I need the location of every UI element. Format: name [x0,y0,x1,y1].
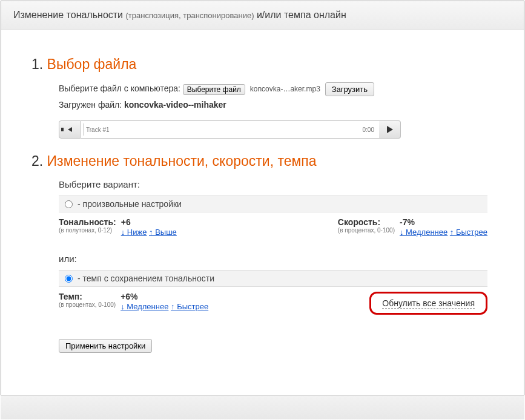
reset-link[interactable]: Обнулить все значения [382,298,475,309]
page-header: Изменение тональности (транспозиция, тра… [1,1,524,30]
option-tempo-label: - темп с сохранением тональности [78,274,214,283]
radio-tempo[interactable] [65,275,73,283]
pitch-sublabel: (в полутонах, 0-12) [59,227,116,234]
tempo-label: Темп: [59,292,116,301]
pitch-higher-link[interactable]: ↑ Выше [149,228,177,237]
speed-value: -7% [400,217,487,227]
radio-custom[interactable] [65,200,73,208]
player-track[interactable]: Track #1 0:00 [81,120,379,139]
volume-button[interactable] [59,120,81,139]
loaded-file-label: Загружен файл: [59,100,124,110]
pitch-value: +6 [121,217,177,227]
option-tempo-row[interactable]: - темп с сохранением тональности [59,270,487,287]
pitch-label: Тональность: [59,217,116,227]
speed-faster-link[interactable]: ↑ Быстрее [450,228,487,237]
upload-button[interactable]: Загрузить [325,82,374,96]
track-time: 0:00 [363,126,374,133]
section-2-title: 2. Изменение тональности, скорости, темп… [31,153,487,169]
apply-button[interactable]: Применить настройки [59,339,152,353]
section-1-number: 1. [31,56,47,72]
track-label: Track #1 [86,126,110,133]
section-2-text: Изменение тональности, скорости, темпа [47,153,317,169]
tempo-sublabel: (в процентах, 0-100) [59,301,116,308]
loaded-filename: koncovka-video--mihaker [124,100,226,110]
tempo-faster-link[interactable]: ↑ Быстрее [171,302,208,311]
play-button[interactable] [379,120,401,139]
file-select-label: Выберите файл с компьютера: [59,84,183,93]
track-divider [83,123,84,136]
section-1-title: 1. Выбор файла [31,56,487,73]
speaker-icon [68,127,72,132]
section-2-number: 2. [31,153,47,169]
reset-highlight: Обнулить все значения [369,292,487,315]
speed-slower-link[interactable]: ↓ Медленнее [400,228,447,237]
track-progress-line [117,130,349,130]
option-custom-label: - произвольные настройки [78,199,182,209]
footer-bar [1,395,524,419]
header-title-2: и/или темпа онлайн [254,10,346,20]
tempo-slower-link[interactable]: ↓ Медленнее [121,302,168,311]
variant-label: Выберите вариант: [59,179,487,189]
speed-label: Скорость: [338,217,395,227]
section-1-text: Выбор файла [47,56,137,72]
or-label: или: [59,254,487,264]
audio-player: Track #1 0:00 [59,120,401,139]
header-paren: (транспозиция, транспонирование) [125,11,254,20]
chosen-filename: koncovka-…aker.mp3 [250,85,320,93]
speed-sublabel: (в процентах, 0-100) [338,227,395,234]
pitch-control: Тональность: (в полутонах, 0-12) +6 ↓ Ни… [59,217,177,237]
choose-file-button[interactable]: Выберите файл [183,84,245,95]
play-icon [387,126,393,133]
tempo-control: Темп: (в процентах, 0-100) +6% ↓ Медленн… [59,292,208,315]
tempo-value: +6% [121,292,208,301]
option-custom-row[interactable]: - произвольные настройки [59,195,487,212]
pitch-lower-link[interactable]: ↓ Ниже [121,228,147,237]
speed-control: Скорость: (в процентах, 0-100) -7% ↓ Мед… [338,217,487,237]
header-title-1: Изменение тональности [13,10,125,20]
